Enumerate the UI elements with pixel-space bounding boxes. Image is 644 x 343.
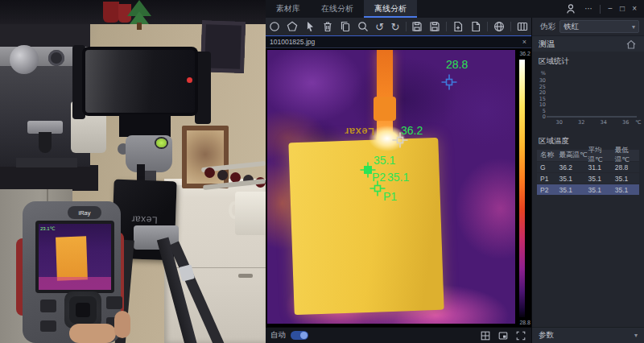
svg-text:15: 15 <box>539 96 546 102</box>
cursor-icon[interactable] <box>303 20 316 33</box>
file-close-icon[interactable]: × <box>522 38 531 46</box>
table-row-P1[interactable]: P135.135.135.1 <box>537 173 639 184</box>
lexar-logo: Lexar <box>130 213 157 225</box>
mount-bracket <box>119 114 171 137</box>
ellipse-icon[interactable] <box>268 20 281 33</box>
table-cell: P1 <box>537 175 559 183</box>
histogram-chart: 051015202530%30323436℃ <box>532 68 644 131</box>
lexar-label-in-thermal: Lexar <box>345 126 374 138</box>
divider <box>600 5 601 14</box>
divider <box>487 22 488 31</box>
table-cell: P2 <box>537 186 559 194</box>
table-cell: 35.1 <box>559 186 588 194</box>
svg-text:25: 25 <box>539 84 546 90</box>
copy-icon[interactable] <box>339 20 352 33</box>
gmin-marker[interactable] <box>440 73 458 91</box>
hand <box>114 311 130 338</box>
svg-text:0: 0 <box>543 114 546 120</box>
home-icon[interactable] <box>625 38 638 51</box>
coffee-capsule <box>204 167 215 178</box>
viewer-column: ↺↻ 101001825.jpg × Lexar 28.8 36.2 <box>266 18 531 343</box>
coffee-machine-gauge <box>48 50 64 66</box>
svg-text:5: 5 <box>543 108 546 114</box>
delete-icon[interactable] <box>321 20 334 33</box>
user-icon[interactable] <box>564 2 577 15</box>
table-cell: G <box>537 163 559 172</box>
smartphone-screen <box>85 50 195 113</box>
pseudo-color-value: 铁红 <box>564 22 579 32</box>
grid-icon[interactable] <box>480 330 491 341</box>
record-button <box>187 77 192 83</box>
svg-text:32: 32 <box>578 119 584 126</box>
table-cell: 35.1 <box>588 175 615 183</box>
sidebar: 伪彩 铁红 ▾ 测温 区域统计 051015202530%30323436℃ 区… <box>531 18 644 343</box>
cabinet-handle <box>238 274 253 278</box>
tab-离线分析[interactable]: 离线分析 <box>364 0 417 18</box>
table-row-P2[interactable]: P235.135.135.1 <box>537 184 639 195</box>
file-name: 101001825.jpg <box>266 38 319 46</box>
p1-label: P1 <box>383 190 397 203</box>
file-tab[interactable]: 101001825.jpg × <box>266 35 531 48</box>
camera-button <box>40 320 56 332</box>
maximize-button[interactable]: □ <box>620 5 625 13</box>
pseudo-color-row: 伪彩 铁红 ▾ <box>532 18 644 35</box>
svg-text:36: 36 <box>622 119 629 126</box>
thermal-analysis-app: 素材库在线分析离线分析 ⋯ − □ × ↺↻ 101001825.jpg × <box>266 0 644 343</box>
tab-bar: 素材库在线分析离线分析 <box>266 0 417 18</box>
camera-button <box>106 296 122 309</box>
layout-icon[interactable] <box>516 20 529 33</box>
polygon-icon[interactable] <box>286 20 299 33</box>
main-row: ↺↻ 101001825.jpg × Lexar 28.8 36.2 <box>266 18 644 343</box>
white-mug <box>235 192 266 235</box>
region-stats-title: 区域统计 <box>532 52 644 68</box>
svg-text:10: 10 <box>539 101 546 108</box>
svg-text:20: 20 <box>539 89 546 96</box>
section-thermometry[interactable]: 测温 <box>532 35 644 52</box>
window-controls: ⋯ − □ × <box>564 0 644 18</box>
chevron-down-icon: ▾ <box>634 332 638 339</box>
table-cell: 31.1 <box>588 163 615 172</box>
minimize-button[interactable]: − <box>608 5 613 13</box>
divider <box>446 22 447 31</box>
camera-screen-hot-object <box>56 236 88 280</box>
tab-在线分析[interactable]: 在线分析 <box>311 0 364 18</box>
camera-screen: 23.1℃ <box>39 224 111 290</box>
iray-logo: iRay <box>68 206 101 219</box>
table-row-G[interactable]: G36.231.128.8 <box>537 162 639 172</box>
drip-tray <box>16 158 77 167</box>
camera-screen-warm-area <box>39 277 111 290</box>
redo-icon[interactable]: ↻ <box>390 20 400 33</box>
red-cup <box>103 2 119 23</box>
export-report-icon[interactable] <box>452 20 464 33</box>
screenshot: Lexar iRay 23.1℃ 素材库在线分析离线分析 <box>0 0 644 343</box>
tab-素材库[interactable]: 素材库 <box>266 0 311 18</box>
auto-toggle[interactable] <box>291 331 308 340</box>
zoom-in-icon[interactable] <box>357 20 369 33</box>
auto-label: 自动 <box>270 330 286 341</box>
hand <box>69 324 116 343</box>
save-icon[interactable] <box>411 20 423 33</box>
browser-icon[interactable] <box>493 20 506 33</box>
camera-temperature-reading: 23.1℃ <box>40 225 55 231</box>
pseudo-color-select[interactable]: 铁红 ▾ <box>559 20 639 33</box>
chevron-down-icon: ▾ <box>632 23 635 31</box>
coffee-capsule <box>217 170 228 180</box>
svg-text:%: % <box>541 70 546 76</box>
save-as-icon[interactable] <box>428 20 441 33</box>
params-title: 参数 <box>539 330 554 341</box>
gmax-marker[interactable] <box>391 131 409 149</box>
undo-icon[interactable]: ↺ <box>374 20 385 33</box>
export-file-icon[interactable] <box>469 20 482 33</box>
counter <box>0 165 98 191</box>
fit-screen-icon[interactable] <box>515 330 526 341</box>
picture-in-picture-icon[interactable] <box>497 330 509 341</box>
close-button[interactable]: × <box>632 5 637 13</box>
thermal-image[interactable]: Lexar 28.8 36.2 35.1 P2 35.1 P1 <box>267 50 515 324</box>
params-section[interactable]: 参数 ▾ <box>532 327 644 343</box>
camera-button <box>40 300 56 312</box>
viewer-canvas: Lexar 28.8 36.2 35.1 P2 35.1 P1 <box>266 48 531 327</box>
gmin-value: 28.8 <box>446 58 468 71</box>
table-cell: 36.2 <box>559 163 588 172</box>
divider <box>406 22 407 31</box>
more-button[interactable]: ⋯ <box>584 5 592 13</box>
